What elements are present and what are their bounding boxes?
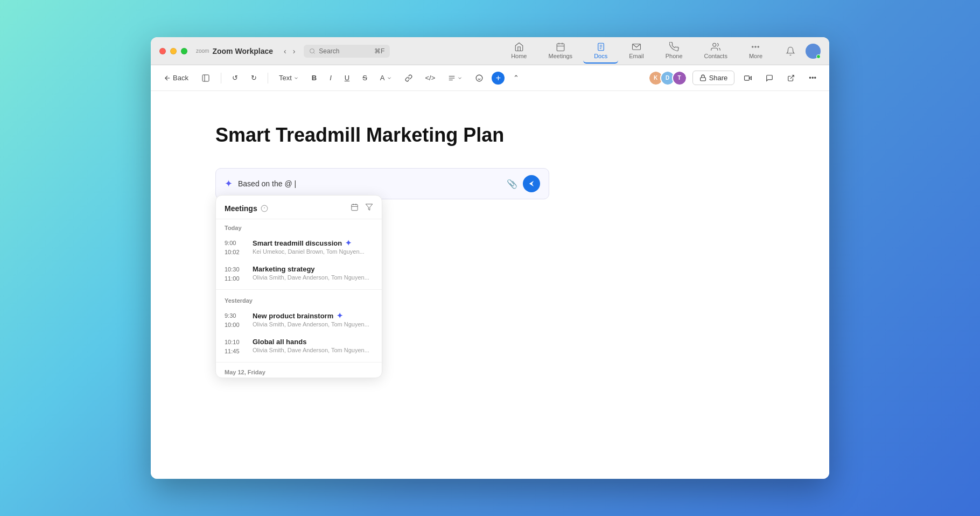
ai-input-container: ✦ Based on the @ | 📎 Meetings [215, 168, 549, 206]
svg-rect-2 [557, 44, 564, 51]
user-avatar[interactable] [806, 44, 821, 59]
tab-meetings[interactable]: Meetings [537, 39, 583, 64]
close-button[interactable] [159, 48, 166, 54]
video-icon [744, 74, 752, 82]
ai-send-button[interactable] [523, 175, 540, 192]
tab-phone[interactable]: Phone [655, 39, 694, 64]
sidebar-icon [201, 74, 210, 82]
search-bar[interactable]: Search ⌘F [304, 45, 390, 58]
meetings-title: Meetings [225, 204, 268, 213]
docs-icon [596, 42, 606, 52]
meeting-name-1: Smart treadmill discussion ✦ [253, 239, 373, 247]
chat-button[interactable] [761, 72, 778, 85]
svg-point-14 [758, 46, 759, 47]
tab-more[interactable]: More [738, 39, 773, 64]
meetings-dropdown: Meetings [215, 195, 382, 378]
meeting-item-2[interactable]: 10:30 11:00 Marketing strategy Olivia Sm… [216, 261, 382, 287]
color-chevron-icon [387, 75, 392, 81]
share-button[interactable]: Share [692, 71, 735, 85]
svg-rect-24 [700, 78, 705, 81]
back-arrow[interactable]: ‹ [282, 45, 289, 58]
svg-point-12 [752, 46, 753, 47]
home-icon [514, 42, 524, 52]
tab-home[interactable]: Home [500, 39, 537, 64]
calendar-view-button[interactable] [351, 203, 359, 213]
meeting-item-3[interactable]: 9:30 10:00 New product brainstorm ✦ Oliv… [216, 307, 382, 333]
ai-input-text[interactable]: Based on the @ | [238, 179, 501, 188]
divider-1 [221, 73, 221, 83]
main-window: zoom Zoom Workplace ‹ › Search ⌘F Home [151, 37, 829, 479]
titlebar-right [782, 43, 821, 60]
meeting-time-4: 10:10 11:45 [225, 338, 247, 355]
align-button[interactable] [444, 72, 467, 85]
meeting-item-4[interactable]: 10:10 11:45 Global all hands Olivia Smit… [216, 333, 382, 360]
tab-docs[interactable]: Docs [583, 39, 618, 64]
zoom-brand: Zoom Workplace [212, 47, 273, 55]
more-options-button[interactable]: ••• [804, 71, 821, 85]
zoom-logo: zoom Zoom Workplace [196, 47, 273, 55]
emoji-button[interactable] [471, 72, 487, 85]
tab-contacts[interactable]: Contacts [694, 39, 738, 64]
meeting-info-4: Global all hands Olivia Smith, Dave Ande… [253, 338, 373, 353]
link-button[interactable] [401, 72, 417, 85]
ai-star-icon: ✦ [225, 178, 233, 190]
tab-email[interactable]: Email [618, 39, 655, 64]
back-button[interactable]: Back [159, 71, 193, 85]
filter-button[interactable] [365, 203, 373, 213]
svg-rect-31 [352, 205, 358, 211]
maximize-button[interactable] [181, 48, 187, 54]
yesterday-label: Yesterday [216, 292, 382, 307]
open-external-button[interactable] [783, 72, 799, 85]
send-icon [528, 180, 535, 187]
titlebar: zoom Zoom Workplace ‹ › Search ⌘F Home [151, 37, 829, 65]
search-placeholder: Search [319, 47, 339, 55]
attachment-icon[interactable]: 📎 [507, 179, 517, 189]
svg-point-21 [476, 75, 482, 81]
meeting-info-2: Marketing strategy Olivia Smith, Dave An… [253, 265, 373, 281]
online-indicator [816, 54, 821, 59]
svg-point-13 [755, 46, 756, 47]
share-icon [699, 74, 706, 81]
text-color-button[interactable]: A [376, 71, 396, 85]
meeting-name-3: New product brainstorm ✦ [253, 311, 373, 320]
sidebar-toggle[interactable] [197, 71, 214, 85]
meeting-info-1: Smart treadmill discussion ✦ Kei Umekoc,… [253, 239, 373, 255]
meetings-header: Meetings [216, 196, 382, 219]
more-icon [751, 42, 760, 52]
divider-2 [268, 73, 268, 83]
strikethrough-button[interactable]: S [358, 71, 372, 85]
back-arrow-icon [164, 74, 171, 82]
bold-button[interactable]: B [307, 71, 321, 85]
video-button[interactable] [740, 72, 756, 85]
undo-button[interactable]: ↺ [228, 71, 242, 85]
text-chevron-icon [293, 75, 299, 81]
code-button[interactable]: </> [421, 71, 440, 85]
forward-arrow[interactable]: › [291, 45, 298, 58]
collaborator-3: T [672, 71, 687, 86]
add-block-button[interactable]: + [492, 72, 505, 85]
nav-arrows: ‹ › [282, 45, 297, 58]
redo-button[interactable]: ↻ [247, 71, 261, 85]
text-style-button[interactable]: Text [275, 71, 303, 85]
svg-rect-16 [202, 75, 209, 81]
info-icon [261, 205, 268, 212]
chat-icon [766, 74, 773, 82]
filter-icon [365, 203, 373, 211]
contacts-icon [711, 42, 720, 52]
today-label: Today [216, 219, 382, 234]
doc-title: Smart Treadmill Marketing Plan [215, 123, 765, 147]
svg-point-0 [310, 48, 314, 53]
meeting-item-1[interactable]: 9:00 10:02 Smart treadmill discussion ✦ … [216, 234, 382, 261]
ai-badge-3: ✦ [337, 311, 343, 320]
svg-line-1 [314, 52, 315, 53]
meeting-participants-3: Olivia Smith, Dave Anderson, Tom Nguyen.… [253, 321, 373, 327]
italic-button[interactable]: I [325, 71, 336, 85]
doc-content-area: Smart Treadmill Marketing Plan ✦ Based o… [151, 91, 829, 479]
notification-bell[interactable] [782, 43, 799, 60]
bell-icon [786, 46, 795, 56]
meeting-participants-1: Kei Umekoc, Daniel Brown, Tom Nguyen... [253, 248, 373, 255]
svg-marker-25 [750, 76, 752, 80]
underline-button[interactable]: U [340, 71, 354, 85]
minimize-button[interactable] [170, 48, 177, 54]
collapse-button[interactable]: ⌃ [509, 71, 523, 85]
